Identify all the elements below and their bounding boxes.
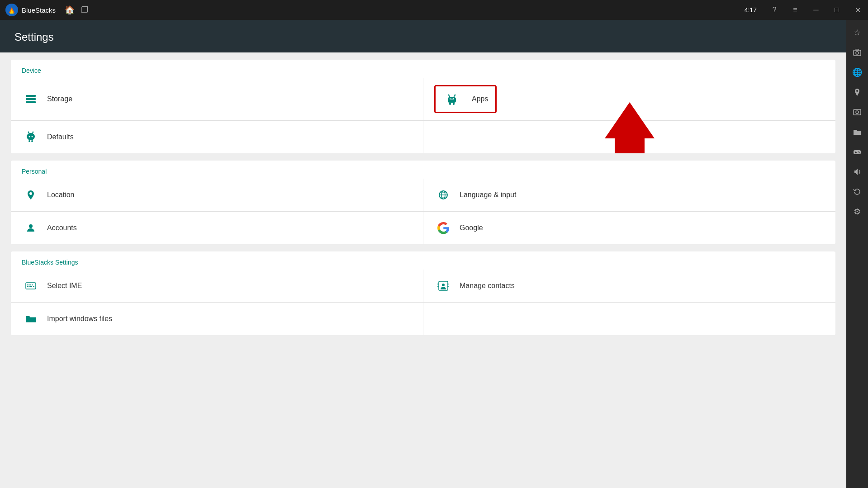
svg-point-42 — [29, 224, 33, 228]
location-item[interactable]: Location — [11, 179, 423, 211]
storage-apps-row: Storage — [11, 78, 835, 121]
svg-point-31 — [29, 136, 30, 137]
multiwindow-icon[interactable]: ❐ — [81, 5, 88, 15]
language-item[interactable]: Language & input — [423, 179, 835, 211]
sidebar-icon-game[interactable] — [848, 143, 866, 161]
storage-icon — [22, 90, 40, 108]
location-language-row: Location Language & input — [11, 179, 835, 212]
apps-label: Apps — [472, 95, 488, 103]
apps-item[interactable]: Apps — [423, 78, 835, 120]
svg-point-51 — [442, 284, 445, 286]
titlebar-controls: 4:17 ? ≡ ─ □ ✕ — [745, 0, 868, 20]
empty-col-2 — [423, 303, 835, 335]
bluestacks-icon — [5, 4, 18, 16]
svg-point-7 — [856, 111, 859, 114]
svg-rect-48 — [29, 286, 32, 287]
svg-point-26 — [448, 95, 450, 96]
svg-rect-20 — [453, 103, 455, 105]
svg-rect-14 — [26, 98, 36, 100]
folder-icon — [22, 310, 40, 328]
svg-point-36 — [33, 132, 34, 133]
accounts-label: Accounts — [47, 224, 77, 232]
defaults-item[interactable]: Defaults — [11, 121, 423, 153]
defaults-label: Defaults — [47, 133, 74, 141]
titlebar: BlueStacks 🏠 ❐ 4:17 ? ≡ ─ □ ✕ — [0, 0, 868, 20]
select-ime-item[interactable]: Select IME — [11, 270, 423, 302]
language-label: Language & input — [460, 191, 516, 199]
sidebar-icon-folder[interactable] — [848, 123, 866, 141]
device-card: Device Storage — [11, 60, 835, 153]
manage-contacts-label: Manage contacts — [460, 282, 515, 290]
accounts-google-row: Accounts Google — [11, 212, 835, 244]
svg-point-32 — [32, 136, 33, 137]
svg-point-28 — [27, 133, 35, 140]
google-item[interactable]: Google — [423, 212, 835, 244]
ime-contacts-row: Select IME Manage c — [11, 270, 835, 303]
close-button[interactable]: ✕ — [847, 0, 868, 20]
sidebar-icon-volume[interactable] — [848, 163, 866, 181]
svg-rect-49 — [33, 286, 34, 287]
svg-rect-6 — [854, 109, 861, 115]
svg-point-22 — [450, 98, 451, 99]
svg-rect-19 — [449, 103, 451, 105]
import-files-item[interactable]: Import windows files — [11, 303, 423, 335]
sidebar-icon-globe[interactable]: 🌐 — [848, 63, 866, 81]
svg-rect-43 — [26, 283, 36, 289]
personal-section-title: Personal — [11, 161, 835, 179]
svg-rect-10 — [855, 152, 857, 153]
home-icon[interactable]: 🏠 — [65, 5, 75, 15]
svg-rect-13 — [26, 95, 36, 97]
main-area: Settings Device Storage — [0, 20, 846, 488]
titlebar-nav: 🏠 ❐ — [65, 5, 88, 15]
apps-icon — [443, 90, 461, 108]
sidebar-icon-settings[interactable]: ⚙ — [848, 203, 866, 221]
personal-card: Personal Location — [11, 161, 835, 244]
manage-contacts-item[interactable]: Manage contacts — [423, 270, 835, 302]
sidebar-icon-camera[interactable] — [848, 43, 866, 62]
contacts-icon — [434, 277, 452, 295]
svg-point-11 — [858, 152, 859, 152]
app-name: BlueStacks — [22, 6, 56, 14]
svg-rect-30 — [31, 140, 33, 142]
language-icon — [434, 186, 452, 204]
sidebar-icon-pin[interactable] — [848, 83, 866, 101]
page-title: Settings — [14, 31, 54, 43]
select-ime-label: Select IME — [47, 282, 82, 290]
sidebar-icon-star[interactable]: ☆ — [848, 24, 866, 42]
empty-col-1 — [423, 121, 835, 153]
bluestacks-card: BlueStacks Settings — [11, 251, 835, 335]
sidebar-icon-screenshot[interactable] — [848, 103, 866, 121]
import-files-label: Import windows files — [47, 315, 112, 323]
storage-item[interactable]: Storage — [11, 78, 423, 120]
svg-rect-15 — [26, 101, 36, 103]
svg-point-4 — [856, 52, 859, 54]
defaults-icon — [22, 128, 40, 146]
sidebar-icon-rotate[interactable] — [848, 183, 866, 201]
right-sidebar: ☆ 🌐 ⚙ — [846, 20, 868, 488]
help-button[interactable]: ? — [764, 0, 785, 20]
device-section-title: Device — [11, 60, 835, 78]
svg-point-12 — [859, 152, 860, 153]
svg-rect-44 — [27, 284, 28, 285]
google-icon — [434, 219, 452, 237]
accounts-item[interactable]: Accounts — [11, 212, 423, 244]
svg-point-23 — [453, 98, 454, 99]
defaults-row: Defaults — [11, 121, 835, 153]
app-logo: BlueStacks — [5, 4, 56, 16]
import-row: Import windows files — [11, 303, 835, 335]
location-label: Location — [47, 191, 75, 199]
svg-rect-3 — [854, 50, 861, 56]
settings-content: Device Storage — [0, 52, 846, 488]
svg-rect-46 — [32, 284, 33, 285]
menu-button[interactable]: ≡ — [785, 0, 806, 20]
settings-header: Settings — [0, 20, 846, 52]
google-label: Google — [460, 224, 483, 232]
svg-rect-29 — [28, 140, 30, 142]
minimize-button[interactable]: ─ — [806, 0, 826, 20]
svg-rect-18 — [448, 97, 456, 103]
svg-rect-45 — [29, 284, 31, 285]
svg-point-35 — [28, 132, 29, 133]
clock: 4:17 — [745, 6, 757, 14]
maximize-button[interactable]: □ — [826, 0, 847, 20]
svg-rect-47 — [27, 286, 28, 287]
